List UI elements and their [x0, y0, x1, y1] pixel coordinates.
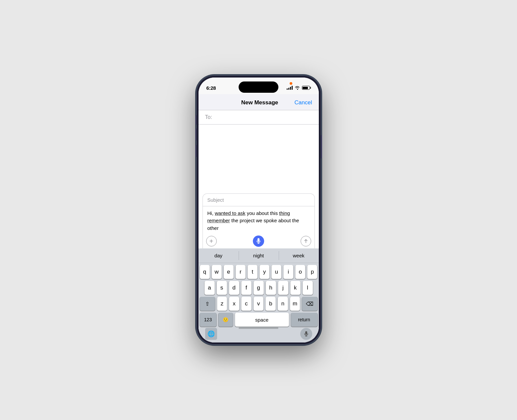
key-p[interactable]: p: [307, 265, 317, 279]
home-bar-indicator: [239, 327, 278, 329]
svg-rect-0: [258, 238, 259, 242]
key-d[interactable]: d: [229, 281, 239, 295]
numbers-key[interactable]: 123: [200, 313, 216, 327]
message-text-normal: Hi,: [207, 210, 215, 216]
mic-button-bottom[interactable]: [300, 328, 312, 340]
mic-icon: [256, 238, 261, 244]
keyboard-row-1: q w e r t y u i o p: [199, 263, 319, 279]
volume-up-button[interactable]: [195, 129, 197, 140]
dynamic-island: [239, 81, 278, 93]
key-l[interactable]: l: [303, 281, 313, 295]
status-time: 6:28: [206, 85, 216, 91]
orange-dot: [290, 82, 292, 85]
to-input[interactable]: [215, 114, 312, 120]
subject-field[interactable]: Subject: [203, 194, 315, 206]
backspace-key[interactable]: ⌫: [302, 297, 317, 311]
keyboard: day night week q w e r t y u i o: [199, 248, 319, 342]
key-i[interactable]: i: [283, 265, 293, 279]
key-j[interactable]: j: [278, 281, 288, 295]
key-t[interactable]: t: [248, 265, 258, 279]
compose-box: Subject Hi, wanted to ask you about this…: [202, 193, 315, 249]
power-button[interactable]: [321, 135, 322, 158]
compose-toolbar: +: [203, 234, 315, 248]
signal-bar-2: [288, 88, 289, 90]
key-f[interactable]: f: [241, 281, 252, 295]
message-text-underlined: wanted to ask: [215, 210, 246, 216]
keyboard-row-bottom: 123 🙂 space return: [199, 311, 319, 328]
battery-icon: [302, 86, 311, 90]
emoji-key[interactable]: 🙂: [218, 313, 233, 327]
key-o[interactable]: o: [295, 265, 305, 279]
send-button[interactable]: [301, 236, 311, 246]
key-c[interactable]: c: [241, 297, 252, 311]
predictive-night[interactable]: night: [239, 248, 279, 263]
status-bar: 6:28: [199, 78, 319, 94]
key-e[interactable]: e: [224, 265, 234, 279]
signal-bar-3: [290, 87, 291, 90]
key-u[interactable]: u: [271, 265, 281, 279]
key-n[interactable]: n: [278, 297, 288, 311]
wifi-icon: [295, 86, 300, 90]
return-key[interactable]: return: [291, 313, 317, 327]
signal-bar-4: [292, 86, 293, 90]
mic-bottom-icon: [304, 331, 308, 337]
globe-button[interactable]: 🌐: [205, 328, 217, 340]
key-m[interactable]: m: [290, 297, 300, 311]
volume-down-button[interactable]: [195, 145, 197, 157]
signal-icon: [287, 86, 293, 90]
attach-button[interactable]: +: [206, 236, 217, 246]
to-field: To:: [199, 110, 319, 125]
compose-title: New Message: [225, 99, 295, 106]
signal-bar-1: [287, 88, 288, 90]
message-text-2: you about this: [246, 210, 279, 216]
to-label: To:: [205, 114, 212, 120]
predictive-day[interactable]: day: [199, 248, 239, 263]
keyboard-row-2: a s d f g h j k l: [199, 279, 319, 295]
key-b[interactable]: b: [265, 297, 276, 311]
silent-button[interactable]: [195, 115, 197, 125]
svg-rect-3: [305, 331, 307, 335]
key-a[interactable]: a: [204, 281, 215, 295]
key-g[interactable]: g: [254, 281, 264, 295]
keyboard-row-3: ⇧ z x c v b n m ⌫: [199, 295, 319, 311]
body-area: Subject Hi, wanted to ask you about this…: [199, 125, 319, 248]
key-z[interactable]: z: [217, 297, 227, 311]
mail-compose: New Message Cancel To: Subject Hi, wante…: [199, 94, 319, 342]
phone-shell: 6:28: [197, 76, 321, 344]
key-q[interactable]: q: [200, 265, 210, 279]
key-h[interactable]: h: [266, 281, 276, 295]
key-v[interactable]: v: [254, 297, 264, 311]
space-key[interactable]: space: [235, 313, 289, 327]
predictive-week[interactable]: week: [279, 248, 319, 263]
compose-header: New Message Cancel: [199, 94, 319, 110]
status-icons: [287, 86, 311, 90]
key-r[interactable]: r: [236, 265, 246, 279]
home-bar-area: 🌐: [199, 328, 319, 342]
key-s[interactable]: s: [217, 281, 227, 295]
key-w[interactable]: w: [212, 265, 222, 279]
cancel-button[interactable]: Cancel: [295, 99, 312, 106]
screen: 6:28: [199, 78, 319, 342]
dictation-button[interactable]: [253, 236, 264, 247]
send-arrow-icon: [304, 239, 308, 243]
predictive-row: day night week: [199, 248, 319, 263]
shift-key[interactable]: ⇧: [200, 297, 215, 311]
key-k[interactable]: k: [290, 281, 301, 295]
key-y[interactable]: y: [259, 265, 269, 279]
key-x[interactable]: x: [229, 297, 239, 311]
